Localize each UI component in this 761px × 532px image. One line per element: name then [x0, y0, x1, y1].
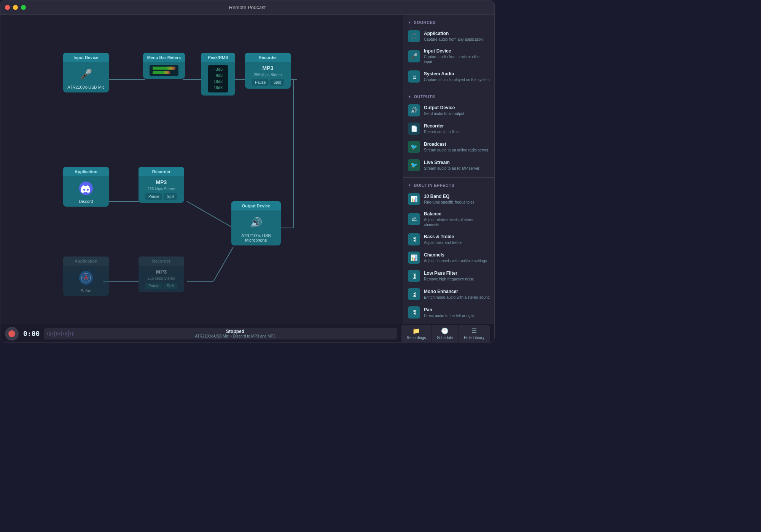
sidebar-channels-desc: Adjust channels with multiple settings [424, 258, 490, 263]
broadcast-icon: 🐦 [408, 141, 420, 153]
sidebar-item-live-stream[interactable]: 🐦 Live Stream Stream audio to an RTMP se… [403, 156, 494, 174]
canvas-area[interactable]: Input Device 🎤 ATR2100x-USB Mic Menu Bar… [0, 15, 403, 324]
menu-bar-body [143, 62, 185, 79]
svg-line-12 [213, 247, 233, 281]
mono-enhancer-icon: 🎛 [408, 288, 420, 300]
sidebar-output-device-title: Output Device [424, 105, 490, 110]
sidebar-pan-text: Pan Direct audio to the left or right [424, 307, 490, 318]
input-device-header: Input Device [63, 53, 109, 62]
meter-row-2 [153, 71, 175, 74]
sidebar-item-recorder[interactable]: 📄 Recorder Record audio to files [403, 119, 494, 138]
recordings-button[interactable]: 📁 Recordings [401, 325, 431, 342]
recorder-safari-header: Recorder [139, 256, 184, 266]
close-button[interactable] [5, 5, 10, 10]
level-3: -18dB- [211, 79, 225, 85]
sidebar-bass-treble-text: Bass & Treble Adjust bass and treble [424, 234, 490, 245]
sidebar-item-broadcast[interactable]: 🐦 Broadcast Stream audio to an online ra… [403, 138, 494, 156]
sidebar-channels-text: Channels Adjust channels with multiple s… [424, 252, 490, 263]
input-device-node[interactable]: Input Device 🎤 ATR2100x-USB Mic [63, 53, 109, 92]
sidebar-item-system-audio[interactable]: 🖥 System Audio Capture all audio played … [403, 67, 494, 86]
schedule-button[interactable]: 🕐 Schedule [431, 325, 458, 342]
recorder-safari-buttons: Pause Split [145, 283, 177, 289]
record-button[interactable] [5, 327, 19, 341]
sidebar-bass-treble-desc: Adjust bass and treble [424, 240, 490, 245]
minimize-button[interactable] [13, 5, 18, 10]
low-pass-icon: 🎛 [408, 270, 420, 282]
meter-row-1 [153, 67, 175, 70]
waveform-visual [47, 330, 73, 337]
outputs-label: OUTPUTS [414, 94, 435, 99]
outputs-header[interactable]: ▼ OUTPUTS [403, 92, 494, 101]
sidebar-input-device-title: Input Device [424, 48, 490, 54]
recorder-top-quality: 256 kbps Stereo [254, 73, 282, 77]
recorder-discord-node[interactable]: Recorder MP3 256 kbps Stereo Pause Split [139, 167, 184, 203]
discord-body: Discord [63, 176, 109, 207]
sidebar-input-device-desc: Capture audio from a mic or other input [424, 54, 490, 64]
balance-icon: ⚖ [408, 213, 420, 225]
effects-section: ▼ BUILT-IN EFFECTS 📊 10 Band EQ Fine-tun… [403, 178, 494, 324]
sidebar-item-10band-eq[interactable]: 📊 10 Band EQ Fine-tune specific frequenc… [403, 190, 494, 208]
recorder-sidebar-icon: 📄 [408, 123, 420, 135]
recorder-safari-split-btn[interactable]: Split [164, 283, 177, 289]
hide-library-button[interactable]: ☰ Hide Library [459, 325, 490, 342]
sidebar-application-desc: Capture audio from any application [424, 37, 490, 42]
sidebar-item-channels[interactable]: 📊 Channels Adjust channels with multiple… [403, 248, 494, 267]
maximize-button[interactable] [21, 5, 26, 10]
title-bar: Remote Podcast [0, 0, 494, 15]
recorder-discord-pause-btn[interactable]: Pause [145, 193, 162, 200]
sidebar-mono-enhancer-desc: Enrich mono audio with a stereo sound [424, 295, 490, 300]
recorder-discord-format: MP3 [156, 179, 167, 185]
recorder-safari-quality: 256 kbps Stereo [148, 276, 175, 280]
outputs-section: ▼ OUTPUTS 🔊 Output Device Send audio to … [403, 89, 494, 178]
sidebar-system-audio-title: System Audio [424, 71, 490, 76]
sidebar-low-pass-desc: Remove high frequency noise [424, 277, 490, 282]
sidebar-item-application[interactable]: 🎵 Application Capture audio from any app… [403, 27, 494, 45]
sidebar-item-volume[interactable]: 🔊 Volume [403, 322, 494, 324]
sidebar-broadcast-title: Broadcast [424, 142, 490, 147]
recorder-top-split-btn[interactable]: Split [270, 79, 283, 86]
recorder-top-node[interactable]: Recorder MP3 256 kbps Stereo Pause Split [245, 53, 291, 89]
discord-node[interactable]: Application Discord [63, 167, 109, 207]
sources-header[interactable]: ▼ SOURCES [403, 18, 494, 27]
safari-body: Safari [63, 266, 109, 296]
peak-rms-node[interactable]: Peak/RMS -3dB- -9dB- -18dB- -48dB- [201, 53, 235, 96]
sidebar-item-low-pass[interactable]: 🎛 Low Pass Filter Remove high frequency … [403, 267, 494, 285]
safari-node[interactable]: Application Safari [63, 256, 109, 296]
recorder-safari-pause-btn[interactable]: Pause [145, 283, 162, 289]
sidebar-item-balance[interactable]: ⚖ Balance Adjust relative levels of ster… [403, 208, 494, 230]
sidebar-eq-title: 10 Band EQ [424, 194, 490, 199]
sidebar: ▼ SOURCES 🎵 Application Capture audio fr… [403, 15, 494, 324]
sidebar-item-bass-treble[interactable]: 🎛 Bass & Treble Adjust bass and treble [403, 230, 494, 248]
sidebar-recorder-desc: Record audio to files [424, 129, 490, 134]
sidebar-item-pan[interactable]: 🎛 Pan Direct audio to the left or right [403, 303, 494, 322]
recorder-top-format: MP3 [263, 65, 274, 71]
application-icon: 🎵 [408, 30, 420, 42]
live-stream-icon: 🐦 [408, 159, 420, 171]
sidebar-application-title: Application [424, 31, 490, 36]
sidebar-recorder-title: Recorder [424, 123, 490, 129]
waveform-area: Stopped ATR2100x-USB Mic + Discord to MP… [44, 328, 396, 339]
recorder-discord-body: MP3 256 kbps Stereo Pause Split [139, 176, 184, 203]
hide-library-label: Hide Library [464, 336, 484, 340]
recorder-safari-body: MP3 256 kbps Stereo Pause Split [139, 266, 184, 292]
microphone-icon: 🎤 [77, 65, 95, 83]
sidebar-item-input-device[interactable]: 🎤 Input Device Capture audio from a mic … [403, 45, 494, 67]
recorder-safari-node[interactable]: Recorder MP3 256 kbps Stereo Pause Split [139, 256, 184, 292]
recorder-top-header: Recorder [245, 53, 291, 62]
sidebar-item-mono-enhancer[interactable]: 🎛 Mono Enhancer Enrich mono audio with a… [403, 285, 494, 303]
pan-icon: 🎛 [408, 306, 420, 319]
sidebar-item-output-device[interactable]: 🔊 Output Device Send audio to an output [403, 101, 494, 119]
sidebar-system-audio-text: System Audio Capture all audio played on… [424, 71, 490, 82]
peak-rms-header: Peak/RMS [201, 53, 235, 62]
recorder-top-pause-btn[interactable]: Pause [252, 79, 269, 86]
safari-icon [77, 269, 95, 287]
recorder-discord-split-btn[interactable]: Split [164, 193, 177, 200]
output-device-node[interactable]: Output Device 🔊 ATR2100x-USB Microphone [231, 201, 281, 245]
outputs-chevron: ▼ [408, 95, 411, 99]
main-container: Input Device 🎤 ATR2100x-USB Mic Menu Bar… [0, 15, 494, 324]
menu-bar-node[interactable]: Menu Bar Meters [143, 53, 185, 79]
sidebar-balance-text: Balance Adjust relative levels of stereo… [424, 211, 490, 227]
output-device-sidebar-icon: 🔊 [408, 104, 420, 116]
effects-header[interactable]: ▼ BUILT-IN EFFECTS [403, 181, 494, 190]
sidebar-broadcast-text: Broadcast Stream audio to an online radi… [424, 142, 490, 153]
